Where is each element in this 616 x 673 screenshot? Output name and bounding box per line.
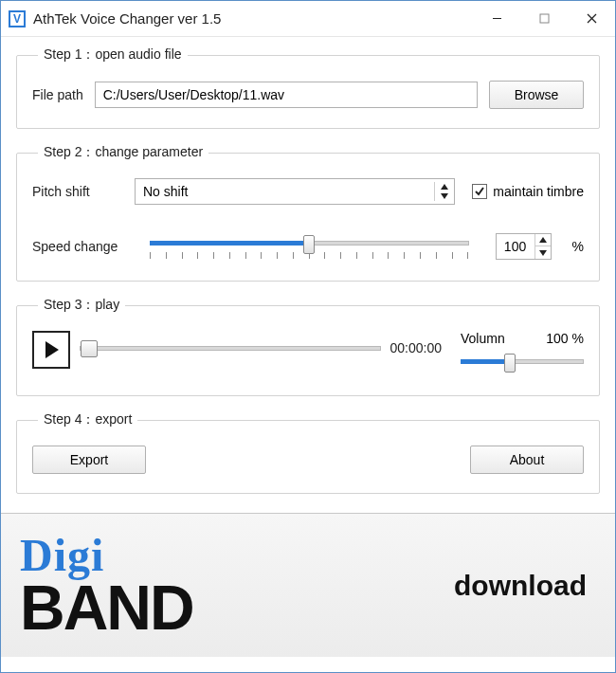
pitch-up-icon[interactable] xyxy=(439,182,450,191)
about-button[interactable]: About xyxy=(470,446,584,474)
play-button[interactable] xyxy=(32,331,70,369)
svg-marker-6 xyxy=(539,237,547,243)
step2-group: Step 2：change parameter Pitch shift No s… xyxy=(16,144,600,282)
logo-band: BAND xyxy=(20,578,193,638)
speed-down-icon[interactable] xyxy=(535,246,551,259)
volume-thumb[interactable] xyxy=(504,354,516,373)
banner: Digi BAND download xyxy=(1,513,615,657)
step1-group: Step 1：open audio file File path Browse xyxy=(16,46,600,129)
svg-marker-4 xyxy=(441,184,448,190)
download-link[interactable]: download xyxy=(454,570,587,602)
content-area: Step 1：open audio file File path Browse … xyxy=(1,37,615,513)
speed-slider-thumb[interactable] xyxy=(303,235,315,254)
logo: Digi BAND xyxy=(20,533,193,638)
minimize-button[interactable] xyxy=(473,1,520,37)
volume-slider[interactable] xyxy=(461,350,584,376)
window-title: AthTek Voice Changer ver 1.5 xyxy=(33,10,473,27)
speed-up-icon[interactable] xyxy=(535,234,551,246)
step3-legend: Step 3：play xyxy=(38,297,125,314)
window-controls xyxy=(473,1,615,37)
step1-legend: Step 1：open audio file xyxy=(38,46,188,64)
speed-label: Speed change xyxy=(32,239,136,254)
speed-slider[interactable] xyxy=(150,231,469,262)
volume-label: Volumn xyxy=(461,331,505,346)
export-button[interactable]: Export xyxy=(32,446,146,474)
speed-unit: % xyxy=(572,239,584,254)
svg-marker-5 xyxy=(441,193,448,199)
playback-thumb[interactable] xyxy=(81,340,98,357)
svg-marker-7 xyxy=(539,250,547,256)
checkbox-box xyxy=(472,184,487,199)
step4-legend: Step 4：export xyxy=(38,411,137,428)
speed-value-input[interactable] xyxy=(497,234,534,259)
filepath-label: File path xyxy=(32,87,83,102)
pitch-label: Pitch shift xyxy=(32,184,118,199)
pitch-spinner xyxy=(434,182,450,201)
filepath-input[interactable] xyxy=(95,82,478,108)
step3-group: Step 3：play 00:00:00 Volumn 100 % xyxy=(16,297,600,396)
maintain-timbre-checkbox[interactable]: maintain timbre xyxy=(472,184,584,199)
logo-digi: Digi xyxy=(20,533,193,578)
svg-marker-8 xyxy=(45,341,59,358)
step2-legend: Step 2：change parameter xyxy=(38,144,208,161)
browse-button[interactable]: Browse xyxy=(489,81,584,109)
timecode: 00:00:00 xyxy=(390,340,443,355)
pitch-value: No shift xyxy=(143,184,188,199)
check-icon xyxy=(474,186,485,197)
speed-spinbox[interactable] xyxy=(496,233,552,260)
playback-slider[interactable] xyxy=(80,336,381,367)
maximize-button[interactable] xyxy=(520,1,568,37)
svg-rect-1 xyxy=(540,14,549,23)
volume-block: Volumn 100 % xyxy=(461,331,584,376)
titlebar: V AthTek Voice Changer ver 1.5 xyxy=(1,1,615,37)
play-icon xyxy=(44,341,59,358)
volume-value: 100 % xyxy=(546,331,584,346)
close-button[interactable] xyxy=(568,1,615,37)
pitch-select[interactable]: No shift xyxy=(135,178,455,205)
pitch-down-icon[interactable] xyxy=(439,191,450,201)
step4-group: Step 4：export Export About xyxy=(16,411,600,494)
maintain-timbre-label: maintain timbre xyxy=(493,184,584,199)
app-icon: V xyxy=(9,10,26,27)
